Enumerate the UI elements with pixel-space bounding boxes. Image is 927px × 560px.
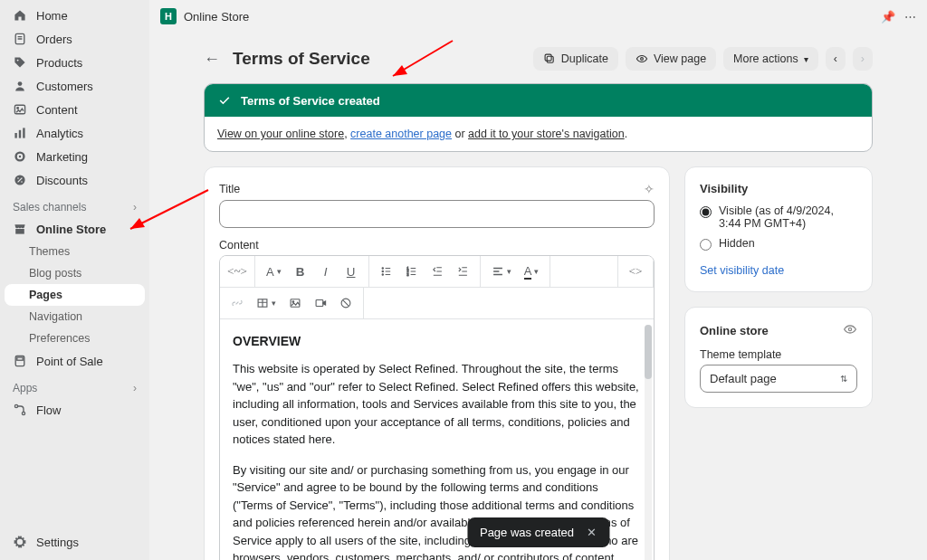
chevron-down-icon: ▾ (534, 267, 539, 276)
nav-customers[interactable]: Customers (0, 74, 149, 98)
pos-icon (13, 354, 27, 368)
prev-page-button[interactable]: ‹ (826, 47, 846, 71)
radio-hidden[interactable] (700, 239, 712, 251)
nav-label: Content (36, 103, 78, 117)
toolbar-html-button[interactable]: <> (624, 260, 647, 283)
more-icon[interactable]: ⋯ (904, 10, 916, 24)
eye-icon (636, 52, 648, 65)
svg-point-21 (382, 268, 383, 269)
toolbar-align-button[interactable]: ▾ (486, 260, 517, 283)
toolbar-heading-button[interactable]: A ▾ (261, 260, 287, 283)
svg-point-17 (22, 412, 24, 414)
radio-visible[interactable] (700, 206, 712, 218)
banner-title: Terms of Service created (241, 94, 380, 108)
view-online-link[interactable]: View on your online store (217, 128, 344, 140)
nav-label: Online Store (36, 223, 106, 236)
nav-label: Analytics (36, 127, 83, 140)
nav-online-store[interactable]: Online Store (0, 217, 149, 241)
online-store-card: Online store Theme template Default page… (684, 307, 873, 408)
toolbar-table-button[interactable]: ▾ (251, 291, 282, 315)
create-another-link[interactable]: create another page (350, 128, 452, 140)
svg-rect-30 (316, 300, 323, 307)
svg-point-23 (382, 274, 383, 275)
nav-analytics[interactable]: Analytics (0, 121, 149, 145)
toolbar-image-button[interactable] (283, 291, 307, 315)
svg-point-4 (17, 108, 19, 109)
svg-rect-15 (17, 357, 23, 360)
toolbar-italic-button[interactable]: I (314, 260, 338, 283)
svg-point-13 (21, 181, 23, 183)
nav-marketing[interactable]: Marketing (0, 145, 149, 168)
visibility-visible-option[interactable]: Visible (as of 4/9/2024, 3:44 PM GMT+4) (700, 204, 857, 230)
toast: Page was created ✕ (467, 517, 609, 547)
nav-products[interactable]: Products (0, 51, 149, 74)
nav-orders[interactable]: Orders (0, 27, 149, 51)
pin-icon[interactable]: 📌 (881, 10, 895, 24)
toast-text: Page was created (480, 526, 574, 539)
toolbar-underline-button[interactable]: U (339, 260, 363, 283)
nav-home[interactable]: Home (0, 4, 149, 27)
nav-blog-posts[interactable]: Blog posts (0, 262, 149, 284)
template-select[interactable]: Default page⇅ (700, 365, 857, 393)
page-title: Terms of Service (233, 49, 370, 69)
nav-pages[interactable]: Pages (5, 284, 145, 306)
svg-text:3: 3 (406, 273, 408, 277)
svg-point-20 (641, 58, 644, 61)
toolbar-clear-format-button[interactable] (334, 291, 358, 315)
nav-label: Products (36, 56, 82, 70)
check-icon (217, 93, 232, 108)
rich-text-editor: <~> A ▾ B I U 123 (219, 255, 655, 560)
set-visibility-date-link[interactable]: Set visibility date (700, 264, 784, 277)
customers-icon (13, 79, 27, 93)
gear-icon (13, 535, 27, 549)
nav-label: Customers (36, 80, 93, 93)
chevron-right-icon[interactable]: › (133, 201, 137, 214)
topbar-title: Online Store (184, 10, 249, 24)
toolbar-outdent-button[interactable] (425, 260, 449, 283)
back-button[interactable]: ← (204, 50, 220, 69)
nav-preferences[interactable]: Preferences (0, 327, 149, 349)
home-icon (13, 8, 27, 23)
svg-point-12 (17, 177, 19, 179)
scrollbar-thumb[interactable] (645, 325, 652, 379)
banner-body: View on your online store, create anothe… (205, 117, 872, 151)
next-page-button[interactable]: › (853, 47, 873, 71)
toolbar-color-button[interactable]: A▾ (519, 260, 545, 283)
svg-point-2 (18, 81, 23, 86)
toolbar-number-list-button[interactable]: 123 (400, 260, 424, 283)
nav-label: Discounts (36, 174, 88, 187)
chevron-right-icon[interactable]: › (133, 382, 137, 394)
duplicate-icon (543, 52, 556, 65)
duplicate-button[interactable]: Duplicate (533, 47, 618, 71)
content-paragraph: This website is operated by Select Refin… (233, 360, 639, 449)
editor-toolbar-row1: <~> A ▾ B I U 123 (220, 256, 654, 288)
svg-point-10 (19, 156, 21, 157)
chevron-down-icon: ▾ (507, 267, 511, 276)
toolbar-source-button[interactable]: <~> (225, 260, 249, 283)
nav-themes[interactable]: Themes (0, 241, 149, 262)
toolbar-link-button[interactable] (225, 291, 249, 315)
nav-settings[interactable]: Settings (0, 530, 149, 560)
nav-discounts[interactable]: Discounts (0, 168, 149, 192)
toolbar-bullet-list-button[interactable] (375, 260, 398, 283)
add-navigation-link[interactable]: add it to your store's navigation (468, 128, 625, 140)
nav-point-of-sale[interactable]: Point of Sale (0, 349, 149, 373)
toolbar-indent-button[interactable] (451, 260, 474, 283)
title-label: Title (219, 183, 240, 195)
editor-toolbar-row2: ▾ (220, 288, 654, 319)
toast-close-button[interactable]: ✕ (587, 526, 597, 539)
visibility-hidden-option[interactable]: Hidden (700, 237, 857, 251)
sparkle-icon[interactable]: ✧ (644, 182, 655, 196)
eye-icon[interactable] (843, 322, 857, 339)
title-input[interactable] (219, 200, 655, 228)
nav-label: Orders (36, 33, 72, 46)
analytics-icon (13, 126, 27, 140)
nav-content[interactable]: Content (0, 98, 149, 121)
toolbar-video-button[interactable] (309, 291, 332, 315)
nav-label: Point of Sale (36, 355, 103, 368)
nav-flow[interactable]: Flow (0, 398, 149, 422)
toolbar-bold-button[interactable]: B (289, 260, 312, 283)
more-actions-button[interactable]: More actions ▾ (723, 47, 818, 71)
view-page-button[interactable]: View page (626, 47, 716, 71)
nav-navigation[interactable]: Navigation (0, 306, 149, 327)
